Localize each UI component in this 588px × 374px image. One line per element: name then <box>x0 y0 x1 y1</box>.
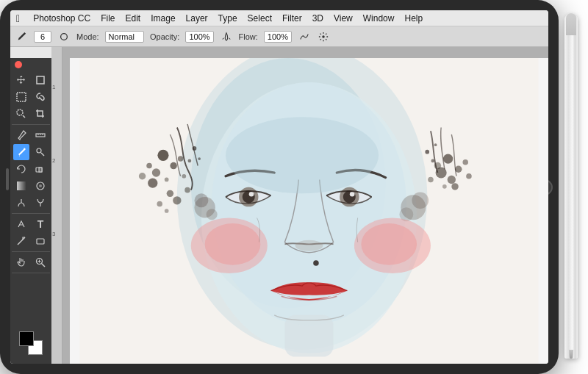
svg-point-41 <box>443 154 453 163</box>
tool-row-2 <box>12 89 50 105</box>
opacity-value[interactable]: 100% <box>185 31 213 43</box>
tool-row-6 <box>12 161 50 177</box>
history-brush-tool[interactable] <box>13 161 29 177</box>
side-button[interactable] <box>6 168 9 190</box>
artboard-tool[interactable] <box>32 72 49 88</box>
svg-point-27 <box>157 150 168 161</box>
tool-row-1 <box>12 72 50 88</box>
settings-icon[interactable] <box>317 30 330 43</box>
text-tool[interactable]: T <box>32 216 49 232</box>
tools-panel: T <box>10 58 51 364</box>
foreground-color-swatch[interactable] <box>19 331 34 346</box>
menu-window[interactable]: Window <box>363 13 395 24</box>
svg-point-78 <box>431 159 434 163</box>
color-swatches <box>19 331 43 361</box>
burn-tool[interactable] <box>32 195 49 211</box>
menu-filter[interactable]: Filter <box>282 13 302 24</box>
airbrush-icon[interactable] <box>220 30 233 43</box>
menu-bar:  Photoshop CC File Edit Image Layer Typ… <box>10 10 548 26</box>
svg-point-11 <box>37 148 41 153</box>
svg-point-30 <box>178 156 184 162</box>
retouch-tools <box>12 127 50 214</box>
move-tool[interactable] <box>13 72 29 88</box>
svg-point-37 <box>146 163 152 169</box>
opacity-label: Opacity: <box>150 32 179 41</box>
svg-point-62 <box>249 192 254 197</box>
svg-point-33 <box>167 190 173 197</box>
lasso-tool[interactable] <box>32 89 49 105</box>
svg-point-55 <box>195 193 209 207</box>
menu-3d[interactable]: 3D <box>312 13 323 24</box>
artwork-svg <box>70 58 548 364</box>
svg-rect-5 <box>17 93 26 101</box>
clone-stamp-tool[interactable] <box>32 144 49 160</box>
blur-tool[interactable] <box>32 178 49 194</box>
svg-point-38 <box>139 173 146 179</box>
brush-tool-icon[interactable] <box>15 30 28 43</box>
brush-size-input[interactable]: 6 <box>34 31 51 43</box>
brush-type-icon[interactable] <box>57 30 71 43</box>
svg-rect-14 <box>17 181 26 190</box>
brush-tool[interactable] <box>13 144 29 160</box>
menu-app-name[interactable]: Photoshop CC <box>33 13 90 24</box>
smoothing-icon[interactable] <box>298 30 311 43</box>
svg-point-72 <box>226 117 379 193</box>
svg-point-31 <box>165 178 169 182</box>
svg-point-0 <box>61 33 68 40</box>
svg-point-73 <box>193 146 197 151</box>
canvas-area[interactable] <box>62 47 548 364</box>
path-select-tool[interactable] <box>13 233 29 249</box>
svg-point-3 <box>322 35 325 38</box>
svg-rect-13 <box>39 168 42 172</box>
eyedropper-tool[interactable] <box>13 127 29 143</box>
flow-label: Flow: <box>239 32 258 41</box>
tool-row-9: T <box>12 216 50 232</box>
menu-image[interactable]: Image <box>151 13 175 24</box>
rect-select-tool[interactable] <box>13 89 29 105</box>
nav-tools <box>12 254 50 273</box>
apple-logo-icon[interactable]:  <box>16 12 20 24</box>
pen-tool[interactable] <box>13 216 29 232</box>
close-panel-button[interactable] <box>15 61 22 68</box>
svg-point-66 <box>295 240 323 251</box>
shape-tool[interactable] <box>32 233 49 249</box>
svg-point-6 <box>17 109 23 115</box>
mode-label: Mode: <box>76 32 99 41</box>
eraser-tool[interactable] <box>32 161 49 177</box>
gradient-tool[interactable] <box>13 178 29 194</box>
mode-dropdown[interactable]: Normal <box>105 31 144 43</box>
crop-tool[interactable] <box>32 106 49 122</box>
svg-point-28 <box>170 162 176 169</box>
artwork <box>70 58 548 364</box>
svg-line-1 <box>222 37 223 39</box>
flow-value[interactable]: 100% <box>264 31 292 43</box>
hand-tool[interactable] <box>13 254 29 270</box>
zoom-tool[interactable] <box>32 254 49 270</box>
svg-point-76 <box>425 150 429 154</box>
foreground-background-colors[interactable] <box>19 331 43 355</box>
menu-edit[interactable]: Edit <box>126 13 141 24</box>
vector-tools: T <box>12 216 50 252</box>
menu-help[interactable]: Help <box>404 13 423 24</box>
menu-select[interactable]: Select <box>248 13 272 24</box>
svg-point-50 <box>428 177 434 183</box>
svg-point-35 <box>173 196 181 204</box>
menu-layer[interactable]: Layer <box>186 13 208 24</box>
ipad-frame:  Photoshop CC File Edit Image Layer Typ… <box>0 0 559 374</box>
svg-point-56 <box>207 209 218 220</box>
quick-select-tool[interactable] <box>13 106 29 122</box>
menu-view[interactable]: View <box>334 13 353 24</box>
menu-file[interactable]: File <box>101 13 115 24</box>
svg-point-68 <box>205 223 261 265</box>
svg-point-36 <box>182 174 186 179</box>
svg-point-45 <box>448 176 456 184</box>
menu-type[interactable]: Type <box>218 13 237 24</box>
dodge-tool[interactable] <box>13 195 29 211</box>
svg-rect-4 <box>37 76 44 84</box>
svg-point-16 <box>39 184 42 187</box>
svg-point-70 <box>361 223 417 265</box>
tool-row-3 <box>12 106 50 122</box>
ruler-tool[interactable] <box>32 127 49 143</box>
svg-rect-53 <box>284 315 333 357</box>
apple-pencil <box>564 13 578 359</box>
